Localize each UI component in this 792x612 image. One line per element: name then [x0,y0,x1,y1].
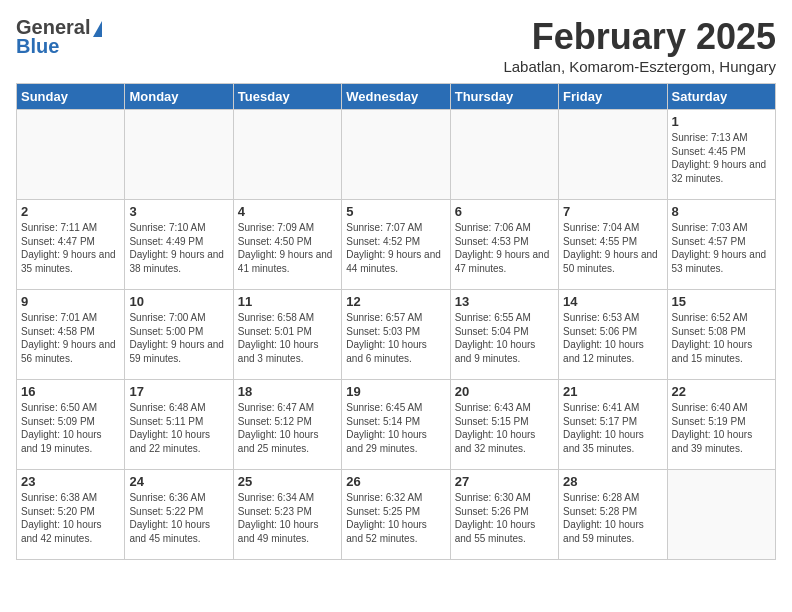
table-row [450,110,558,200]
day-number: 4 [238,204,337,219]
day-info: Sunrise: 7:01 AM Sunset: 4:58 PM Dayligh… [21,311,120,365]
table-row: 14Sunrise: 6:53 AM Sunset: 5:06 PM Dayli… [559,290,667,380]
table-row: 18Sunrise: 6:47 AM Sunset: 5:12 PM Dayli… [233,380,341,470]
day-number: 10 [129,294,228,309]
day-info: Sunrise: 6:45 AM Sunset: 5:14 PM Dayligh… [346,401,445,455]
day-info: Sunrise: 7:04 AM Sunset: 4:55 PM Dayligh… [563,221,662,275]
day-info: Sunrise: 6:50 AM Sunset: 5:09 PM Dayligh… [21,401,120,455]
table-row: 10Sunrise: 7:00 AM Sunset: 5:00 PM Dayli… [125,290,233,380]
day-number: 16 [21,384,120,399]
day-info: Sunrise: 7:13 AM Sunset: 4:45 PM Dayligh… [672,131,771,185]
calendar-table: Sunday Monday Tuesday Wednesday Thursday… [16,83,776,560]
day-number: 25 [238,474,337,489]
day-number: 5 [346,204,445,219]
day-number: 11 [238,294,337,309]
col-monday: Monday [125,84,233,110]
table-row: 2Sunrise: 7:11 AM Sunset: 4:47 PM Daylig… [17,200,125,290]
logo: General Blue [16,16,102,58]
calendar-week-row: 1Sunrise: 7:13 AM Sunset: 4:45 PM Daylig… [17,110,776,200]
table-row: 21Sunrise: 6:41 AM Sunset: 5:17 PM Dayli… [559,380,667,470]
day-number: 27 [455,474,554,489]
day-info: Sunrise: 6:41 AM Sunset: 5:17 PM Dayligh… [563,401,662,455]
day-number: 2 [21,204,120,219]
day-number: 13 [455,294,554,309]
table-row: 25Sunrise: 6:34 AM Sunset: 5:23 PM Dayli… [233,470,341,560]
day-number: 19 [346,384,445,399]
day-info: Sunrise: 6:28 AM Sunset: 5:28 PM Dayligh… [563,491,662,545]
day-info: Sunrise: 6:34 AM Sunset: 5:23 PM Dayligh… [238,491,337,545]
calendar-header-row: Sunday Monday Tuesday Wednesday Thursday… [17,84,776,110]
day-number: 7 [563,204,662,219]
day-number: 21 [563,384,662,399]
day-number: 9 [21,294,120,309]
col-wednesday: Wednesday [342,84,450,110]
day-info: Sunrise: 6:53 AM Sunset: 5:06 PM Dayligh… [563,311,662,365]
col-friday: Friday [559,84,667,110]
table-row [233,110,341,200]
table-row: 11Sunrise: 6:58 AM Sunset: 5:01 PM Dayli… [233,290,341,380]
day-number: 12 [346,294,445,309]
table-row: 19Sunrise: 6:45 AM Sunset: 5:14 PM Dayli… [342,380,450,470]
day-number: 1 [672,114,771,129]
day-info: Sunrise: 7:03 AM Sunset: 4:57 PM Dayligh… [672,221,771,275]
table-row: 12Sunrise: 6:57 AM Sunset: 5:03 PM Dayli… [342,290,450,380]
table-row: 13Sunrise: 6:55 AM Sunset: 5:04 PM Dayli… [450,290,558,380]
day-number: 3 [129,204,228,219]
table-row: 28Sunrise: 6:28 AM Sunset: 5:28 PM Dayli… [559,470,667,560]
day-info: Sunrise: 6:43 AM Sunset: 5:15 PM Dayligh… [455,401,554,455]
calendar-week-row: 23Sunrise: 6:38 AM Sunset: 5:20 PM Dayli… [17,470,776,560]
day-number: 26 [346,474,445,489]
col-sunday: Sunday [17,84,125,110]
table-row: 24Sunrise: 6:36 AM Sunset: 5:22 PM Dayli… [125,470,233,560]
day-number: 17 [129,384,228,399]
title-section: February 2025 Labatlan, Komarom-Esztergo… [503,16,776,75]
day-info: Sunrise: 6:57 AM Sunset: 5:03 PM Dayligh… [346,311,445,365]
day-number: 14 [563,294,662,309]
day-info: Sunrise: 6:52 AM Sunset: 5:08 PM Dayligh… [672,311,771,365]
day-info: Sunrise: 7:09 AM Sunset: 4:50 PM Dayligh… [238,221,337,275]
day-info: Sunrise: 7:11 AM Sunset: 4:47 PM Dayligh… [21,221,120,275]
table-row: 16Sunrise: 6:50 AM Sunset: 5:09 PM Dayli… [17,380,125,470]
logo-triangle-icon [93,21,102,37]
day-number: 20 [455,384,554,399]
day-number: 24 [129,474,228,489]
month-year-title: February 2025 [503,16,776,58]
day-info: Sunrise: 6:55 AM Sunset: 5:04 PM Dayligh… [455,311,554,365]
location-subtitle: Labatlan, Komarom-Esztergom, Hungary [503,58,776,75]
day-number: 23 [21,474,120,489]
table-row: 3Sunrise: 7:10 AM Sunset: 4:49 PM Daylig… [125,200,233,290]
table-row: 17Sunrise: 6:48 AM Sunset: 5:11 PM Dayli… [125,380,233,470]
day-number: 15 [672,294,771,309]
day-number: 6 [455,204,554,219]
day-info: Sunrise: 7:10 AM Sunset: 4:49 PM Dayligh… [129,221,228,275]
calendar-week-row: 2Sunrise: 7:11 AM Sunset: 4:47 PM Daylig… [17,200,776,290]
day-info: Sunrise: 6:48 AM Sunset: 5:11 PM Dayligh… [129,401,228,455]
day-number: 22 [672,384,771,399]
calendar-week-row: 16Sunrise: 6:50 AM Sunset: 5:09 PM Dayli… [17,380,776,470]
table-row: 7Sunrise: 7:04 AM Sunset: 4:55 PM Daylig… [559,200,667,290]
day-info: Sunrise: 6:40 AM Sunset: 5:19 PM Dayligh… [672,401,771,455]
table-row [559,110,667,200]
table-row [125,110,233,200]
table-row: 22Sunrise: 6:40 AM Sunset: 5:19 PM Dayli… [667,380,775,470]
table-row: 6Sunrise: 7:06 AM Sunset: 4:53 PM Daylig… [450,200,558,290]
table-row: 26Sunrise: 6:32 AM Sunset: 5:25 PM Dayli… [342,470,450,560]
day-number: 18 [238,384,337,399]
table-row: 9Sunrise: 7:01 AM Sunset: 4:58 PM Daylig… [17,290,125,380]
table-row: 20Sunrise: 6:43 AM Sunset: 5:15 PM Dayli… [450,380,558,470]
day-info: Sunrise: 6:30 AM Sunset: 5:26 PM Dayligh… [455,491,554,545]
table-row: 23Sunrise: 6:38 AM Sunset: 5:20 PM Dayli… [17,470,125,560]
table-row: 27Sunrise: 6:30 AM Sunset: 5:26 PM Dayli… [450,470,558,560]
table-row [17,110,125,200]
table-row [342,110,450,200]
day-info: Sunrise: 6:32 AM Sunset: 5:25 PM Dayligh… [346,491,445,545]
table-row: 15Sunrise: 6:52 AM Sunset: 5:08 PM Dayli… [667,290,775,380]
col-tuesday: Tuesday [233,84,341,110]
day-info: Sunrise: 7:06 AM Sunset: 4:53 PM Dayligh… [455,221,554,275]
day-info: Sunrise: 6:38 AM Sunset: 5:20 PM Dayligh… [21,491,120,545]
table-row: 5Sunrise: 7:07 AM Sunset: 4:52 PM Daylig… [342,200,450,290]
day-info: Sunrise: 6:47 AM Sunset: 5:12 PM Dayligh… [238,401,337,455]
table-row: 4Sunrise: 7:09 AM Sunset: 4:50 PM Daylig… [233,200,341,290]
col-saturday: Saturday [667,84,775,110]
table-row: 8Sunrise: 7:03 AM Sunset: 4:57 PM Daylig… [667,200,775,290]
